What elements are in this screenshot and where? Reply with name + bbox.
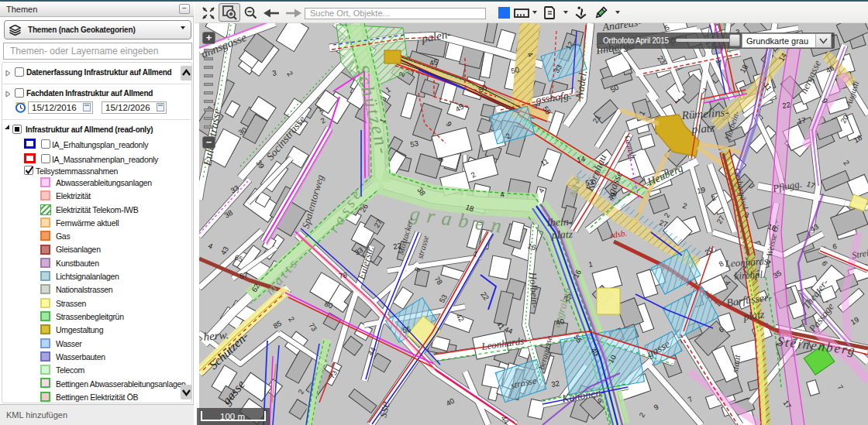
svg-text:kirchpl.: kirchpl. <box>734 268 766 282</box>
svg-text:lbein-: lbein- <box>547 216 573 228</box>
svg-text:platz: platz <box>551 228 574 241</box>
svg-text:22: 22 <box>392 241 401 251</box>
svg-text:40: 40 <box>555 317 564 327</box>
svg-text:32: 32 <box>550 379 560 389</box>
svg-text:78: 78 <box>338 270 347 280</box>
svg-text:22: 22 <box>781 100 790 110</box>
svg-text:57: 57 <box>239 270 248 280</box>
svg-text:55: 55 <box>401 324 411 334</box>
svg-text:19: 19 <box>696 185 705 195</box>
svg-text:17: 17 <box>797 115 806 125</box>
svg-text:herw.: herw. <box>203 328 229 343</box>
svg-text:14: 14 <box>576 154 585 164</box>
svg-text:platz: platz <box>691 122 715 135</box>
svg-text:50: 50 <box>510 65 519 75</box>
svg-text:53: 53 <box>409 139 418 149</box>
svg-text:53: 53 <box>584 177 594 187</box>
svg-text:45: 45 <box>429 57 438 67</box>
